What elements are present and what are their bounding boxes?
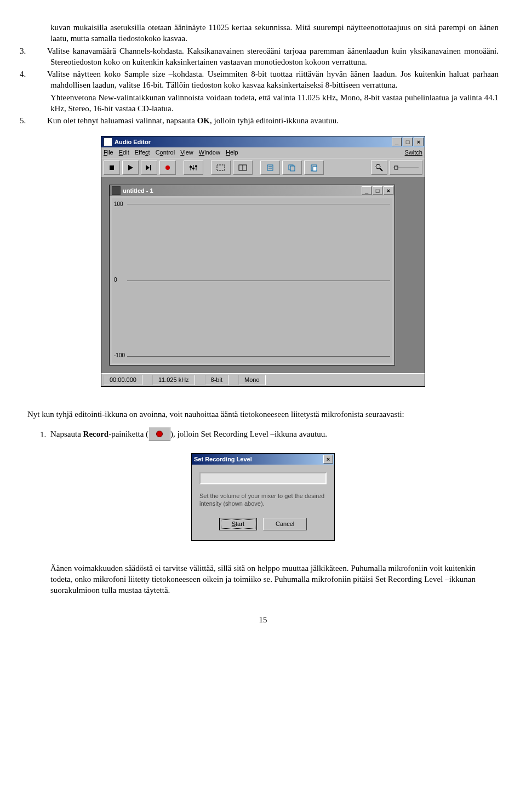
stop-button[interactable] xyxy=(104,161,120,175)
para-middle: Nyt kun tyhjä editointi-ikkuna on avoinn… xyxy=(27,409,499,420)
menu-view[interactable]: View xyxy=(180,148,193,157)
svg-rect-3 xyxy=(150,165,151,170)
doc-icon xyxy=(112,186,121,195)
window-title: Audio Editor xyxy=(115,138,151,146)
doc-title: untitled - 1 xyxy=(123,187,153,195)
rec-text-b: Record xyxy=(83,430,109,439)
para-bottom: Äänen voimakkuuden säädöstä ei tarvitse … xyxy=(50,563,476,596)
list-num: 5. xyxy=(35,115,47,126)
list-text-c: , jolloin tyhjä editointi-ikkuna avautuu… xyxy=(210,116,339,125)
svg-rect-10 xyxy=(195,165,197,167)
menu-help[interactable]: Help xyxy=(226,148,238,157)
menu-file[interactable]: File xyxy=(104,148,113,157)
record-button-inline xyxy=(148,427,170,441)
status-channels: Mono xyxy=(238,375,266,385)
level-meter xyxy=(199,472,327,484)
svg-rect-0 xyxy=(110,165,114,170)
cursor-mode-button[interactable] xyxy=(233,161,253,175)
list-item-3: 3.Valitse kanavamäärä Channels-kohdasta.… xyxy=(35,45,499,68)
mdi-area: untitled - 1 _ □ × 100 0 -100 xyxy=(101,177,425,373)
status-rate: 11.025 kHz xyxy=(152,375,195,385)
svg-rect-8 xyxy=(190,166,192,168)
cut-button[interactable] xyxy=(260,161,280,175)
start-button[interactable]: Start xyxy=(219,518,257,530)
play-button[interactable] xyxy=(122,161,139,175)
doc-close-button[interactable]: × xyxy=(384,186,393,195)
svg-rect-20 xyxy=(313,167,317,171)
svg-point-21 xyxy=(376,164,380,169)
list-text: Valitse kanavamäärä Channels-kohdasta. K… xyxy=(47,47,499,66)
dialog-text: Set the volume of your mixer to get the … xyxy=(199,492,327,508)
axis-label-bot: -100 xyxy=(114,352,125,359)
audio-editor-window: Audio Editor _ □ × File Edit Effect Cont… xyxy=(101,136,425,387)
page-number: 15 xyxy=(27,614,499,625)
close-button[interactable]: × xyxy=(414,138,424,146)
sliders-button[interactable] xyxy=(184,161,203,175)
list-item-5: 5.Kun olet tehnyt haluamasi valinnat, na… xyxy=(35,115,499,126)
axis-label-mid: 0 xyxy=(114,276,117,284)
zoom-button[interactable] xyxy=(371,161,387,175)
svg-rect-18 xyxy=(290,166,295,171)
record-step-1: Napsauta Record-painiketta (), jolloin S… xyxy=(48,428,499,442)
rec-text-a: Napsauta xyxy=(50,430,83,439)
dialog-close-button[interactable]: × xyxy=(323,455,333,464)
maximize-button[interactable]: □ xyxy=(403,138,413,146)
toolbar xyxy=(101,158,425,177)
dialog-titlebar[interactable]: Set Recording Level × xyxy=(192,454,334,465)
list-num: 4. xyxy=(35,68,47,79)
svg-line-22 xyxy=(380,168,382,171)
waveform-canvas[interactable]: 100 0 -100 xyxy=(112,198,392,363)
doc-titlebar[interactable]: untitled - 1 _ □ × xyxy=(110,185,395,196)
svg-marker-2 xyxy=(146,165,150,170)
para-continuation: kuvan mukaisilla asetuksilla otetaan ään… xyxy=(50,22,499,44)
rec-text-d: ), jolloin Set Recording Level –ikkuna a… xyxy=(170,430,327,439)
record-steps: Napsauta Record-painiketta (), jolloin S… xyxy=(27,428,499,442)
menu-window[interactable]: Window xyxy=(199,148,220,157)
svg-rect-24 xyxy=(395,166,398,169)
recording-level-dialog: Set Recording Level × Set the volume of … xyxy=(191,453,335,540)
minimize-button[interactable]: _ xyxy=(392,138,402,146)
menu-effect[interactable]: Effect xyxy=(135,148,150,157)
record-button[interactable] xyxy=(159,161,176,175)
list-item-4: 4.Valitse näytteen koko Sample size –koh… xyxy=(35,68,499,114)
doc-maximize-button[interactable]: □ xyxy=(373,186,382,195)
svg-rect-9 xyxy=(192,168,195,169)
menu-bar: File Edit Effect Control View Window Hel… xyxy=(101,147,425,158)
record-dot-icon xyxy=(156,431,163,437)
svg-rect-11 xyxy=(217,165,225,170)
list-text: Valitse näytteen koko Sample size –kohda… xyxy=(47,70,499,89)
document-window: untitled - 1 _ □ × 100 0 -100 xyxy=(109,185,395,365)
menu-control[interactable]: Control xyxy=(156,148,175,157)
window-titlebar[interactable]: Audio Editor _ □ × xyxy=(101,136,425,147)
cancel-button[interactable]: Cancel xyxy=(263,518,307,530)
copy-button[interactable] xyxy=(282,161,302,175)
zoom-slider[interactable] xyxy=(390,161,422,175)
play-end-button[interactable] xyxy=(141,161,157,175)
select-mode-button[interactable] xyxy=(211,161,231,175)
status-time: 00:00.000 xyxy=(104,375,142,385)
doc-minimize-button[interactable]: _ xyxy=(362,186,371,195)
dialog-title: Set Recording Level xyxy=(194,455,252,464)
status-bits: 8-bit xyxy=(205,375,228,385)
svg-marker-1 xyxy=(128,165,133,170)
menu-edit[interactable]: Edit xyxy=(119,148,129,157)
list-num: 3. xyxy=(35,45,47,56)
list-summary: Yhteenvetona New-valintaikkunan valinnoi… xyxy=(50,92,499,115)
status-bar: 00:00.000 11.025 kHz 8-bit Mono xyxy=(101,373,425,386)
list-text-b: OK xyxy=(197,116,210,125)
rec-text-c: -painiketta ( xyxy=(108,430,148,439)
menu-switch[interactable]: Switch xyxy=(405,148,422,157)
list-text-a: Kun olet tehnyt haluamasi valinnat, naps… xyxy=(47,116,197,125)
svg-rect-14 xyxy=(267,165,273,170)
app-icon xyxy=(104,138,112,146)
paste-button[interactable] xyxy=(304,161,324,175)
svg-point-4 xyxy=(165,165,170,170)
axis-label-top: 100 xyxy=(114,201,123,208)
